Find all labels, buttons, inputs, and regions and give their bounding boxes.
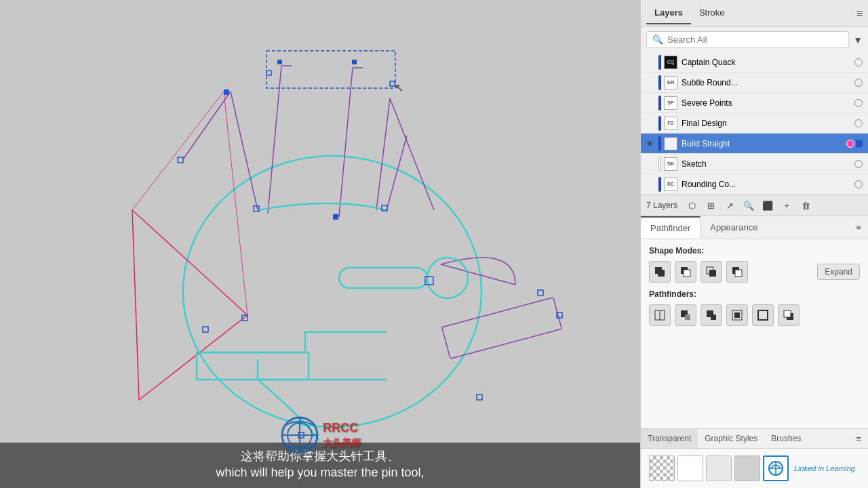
swatch-light2[interactable] [734,455,760,481]
layers-list: CQ Captain Quack SR Subtle Round... SP S… [641,52,868,195]
svg-rect-51 [685,314,690,320]
tab-appearance[interactable]: Appearance [701,217,767,238]
panel-menu-icon[interactable]: ≡ [856,7,863,20]
search-icon: 🔍 [652,35,663,45]
layer-thumb-2: SR [664,76,677,89]
pathfinders-buttons [649,304,860,326]
svg-rect-55 [734,312,740,318]
pathfinders-label: Pathfinders: [649,289,860,299]
layers-toolbar: 7 Layers ⬡ ⊞ ↗ 🔍 ⬛ + 🗑 [641,195,868,216]
layer-visibility-7[interactable] [644,178,656,190]
expand-button[interactable]: Expand [817,264,860,280]
layer-visibility-6[interactable] [644,158,656,170]
layer-name-6: Sketch [682,159,852,169]
layer-item[interactable]: SR Subtle Round... [641,73,868,93]
layer-visibility-2[interactable] [644,77,656,89]
layer-circle-1[interactable] [854,58,863,66]
svg-rect-18 [352,60,357,64]
tab-graphic-styles[interactable]: Graphic Styles [698,429,764,448]
filter-icon[interactable]: ▼ [853,35,863,45]
layer-circle-6[interactable] [854,160,863,168]
watermark-icon [279,415,320,455]
minus-back-button[interactable] [778,304,800,326]
svg-rect-56 [758,310,768,320]
layer-circle-2[interactable] [854,79,863,87]
tab-stroke[interactable]: Stroke [691,2,733,24]
toolbar-icon-new[interactable]: + [779,198,794,213]
exclude-button[interactable] [726,261,748,283]
divide-button[interactable] [649,304,671,326]
layer-thumb-5: BS [664,137,677,150]
panel-tabs: Layers Stroke ≡ [641,0,868,27]
toolbar-icon-delete[interactable]: 🗑 [798,198,813,213]
layer-thumb-1: CQ [664,56,677,69]
toolbar-icon-template[interactable]: ⬡ [684,198,699,213]
layer-item[interactable]: SK Sketch [641,154,868,174]
layer-item[interactable]: FD Final Design [641,113,868,134]
svg-rect-24 [333,214,338,220]
layer-color-bar-6 [658,157,661,171]
layer-name-3: Severe Points [682,98,852,108]
shape-modes-buttons: Expand [649,261,860,283]
layer-circle-4[interactable] [854,119,863,127]
layer-item[interactable]: RC Rounding Co... [641,174,868,195]
swatch-linked[interactable] [763,455,789,481]
style-menu-icon[interactable]: ≡ [849,430,868,448]
layer-circle-7[interactable] [854,180,863,188]
pathfinder-menu-icon[interactable]: ≡ [849,218,868,237]
watermark: RRCC大头美师 [279,415,361,455]
layer-thumb-6: SK [664,157,677,171]
search-box: 🔍 [646,31,849,48]
layer-name-5: Build Straight [682,139,844,148]
linked-learning-label: Linked in Learning [791,455,860,481]
shape-modes-label: Shape Modes: [649,246,860,256]
layer-visibility-4[interactable] [644,117,656,129]
svg-text:↖: ↖ [395,82,403,94]
layer-item[interactable]: CQ Captain Quack [641,52,868,73]
intersect-button[interactable] [701,261,722,283]
trim-button[interactable] [675,304,696,326]
toolbar-icon-move[interactable]: 🔍 [741,198,756,213]
layer-item[interactable]: SP Severe Points [641,93,868,113]
toolbar-icon-collect[interactable]: ↗ [722,198,737,213]
tab-layers[interactable]: Layers [646,2,691,24]
layer-circle-3[interactable] [854,99,863,107]
layer-thumb-7: RC [664,178,677,191]
style-tabs: Transparent Graphic Styles Brushes ≡ [641,428,868,449]
swatches-area: Linked in Learning [641,449,868,488]
search-input[interactable] [667,35,843,45]
svg-rect-42 [684,270,690,277]
layer-color-bar-5 [658,136,661,151]
layer-circle-5[interactable] [846,140,854,148]
layer-visibility-1[interactable] [644,56,656,68]
layer-color-bar-7 [658,177,661,192]
swatch-light1[interactable] [706,455,732,481]
right-panel: Layers Stroke ≡ 🔍 ▼ CQ Captain Quack SR … [640,0,868,488]
swatch-white[interactable] [677,455,703,481]
layer-visibility-5[interactable]: 👁 [644,138,656,150]
toolbar-icon-merge[interactable]: ⬛ [760,198,775,213]
swatch-transparent[interactable] [649,455,675,481]
svg-rect-40 [658,270,665,277]
tab-pathfinder[interactable]: Pathfinder [641,216,701,239]
unite-button[interactable] [649,261,671,283]
svg-rect-46 [735,270,742,277]
pathfinder-section: Shape Modes: Expand Pathfinders: [641,239,868,428]
pathfinder-tabs: Pathfinder Appearance ≡ [641,216,868,239]
svg-rect-21 [224,89,229,95]
layer-visibility-3[interactable] [644,97,656,109]
tab-brushes[interactable]: Brushes [764,429,808,448]
tab-transparent[interactable]: Transparent [641,429,698,448]
merge-button[interactable] [701,304,722,326]
watermark-subtext: 大头美师 [323,437,361,448]
layer-item-active[interactable]: 👁 BS Build Straight [641,134,868,154]
toolbar-icon-locate[interactable]: ⊞ [703,198,718,213]
layer-color-bar-3 [658,96,661,110]
minus-front-button[interactable] [675,261,696,283]
canvas-area: ↖ 这将帮助你掌握大头针工具、 which will help you mast… [0,0,640,488]
layer-color-bar-1 [658,55,661,70]
outline-button[interactable] [752,304,774,326]
svg-rect-44 [709,270,716,277]
crop-button[interactable] [726,304,748,326]
layer-name-4: Final Design [682,119,852,128]
